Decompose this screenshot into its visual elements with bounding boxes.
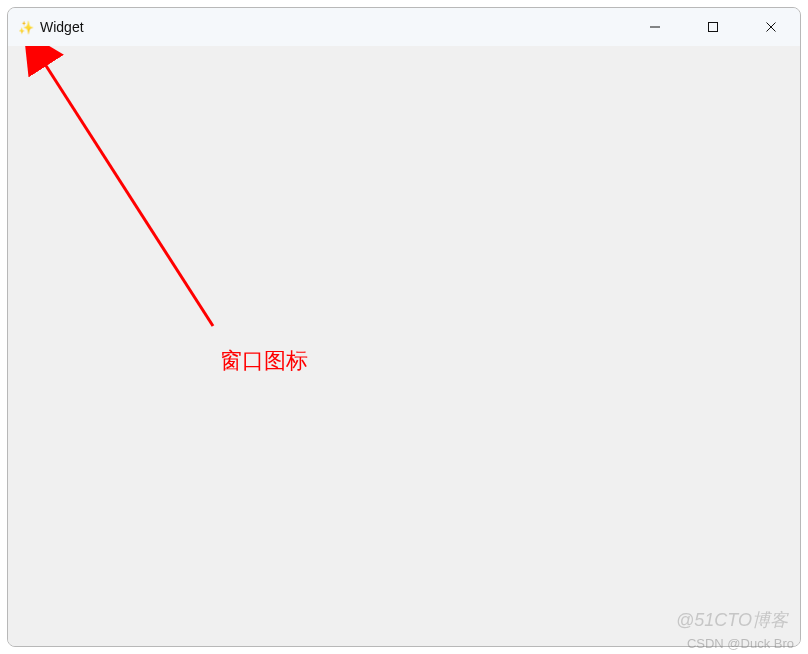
annotation-arrow-icon [8,46,308,366]
maximize-button[interactable] [684,8,742,46]
close-icon [765,21,777,33]
svg-rect-1 [709,23,718,32]
window-icon: ✨ [18,19,34,35]
window-title: Widget [40,19,626,35]
minimize-button[interactable] [626,8,684,46]
application-window: ✨ Widget [7,7,801,647]
client-area: 窗口图标 [8,46,800,646]
maximize-icon [707,21,719,33]
window-controls [626,8,800,46]
close-button[interactable] [742,8,800,46]
svg-rect-0 [650,27,660,28]
minimize-icon [649,21,661,33]
titlebar[interactable]: ✨ Widget [8,8,800,46]
svg-line-5 [43,61,213,326]
annotation-label: 窗口图标 [220,346,308,376]
